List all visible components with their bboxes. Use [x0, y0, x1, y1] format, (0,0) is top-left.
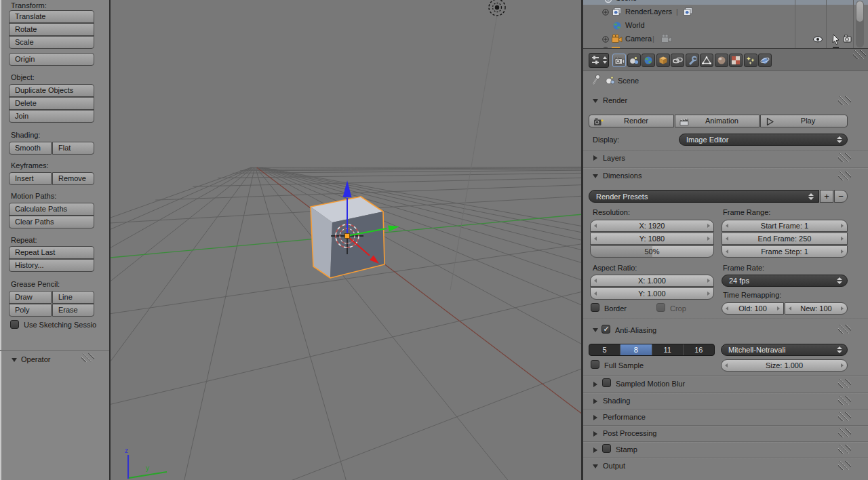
pin-icon[interactable]	[591, 74, 602, 86]
3d-viewport[interactable]: z y	[111, 0, 583, 480]
sampled-motion-blur-checkbox[interactable]	[602, 378, 611, 387]
stamp-panel-grip-icon[interactable]	[838, 445, 851, 454]
smb-panel-grip-icon[interactable]	[838, 379, 851, 388]
resolution-x-field[interactable]: X: 1920	[590, 220, 714, 232]
render-presets-dropdown[interactable]: Render Presets	[589, 190, 819, 203]
increment-arrow-icon[interactable]	[707, 279, 710, 283]
anti-aliasing-panel-header[interactable]: Anti-Aliasing	[615, 326, 656, 335]
aa-size-field[interactable]: Size: 1.000	[721, 359, 848, 372]
render-panel-grip-icon[interactable]	[838, 96, 851, 105]
post-processing-panel-header[interactable]: Post Processing	[603, 429, 656, 438]
aa-samples-5[interactable]: 5	[589, 344, 620, 355]
use-sketching-session-checkbox[interactable]	[10, 320, 19, 329]
crop-checkbox[interactable]	[656, 303, 665, 312]
increment-arrow-icon[interactable]	[841, 224, 844, 228]
restrict-select-cursor-icon[interactable]	[831, 34, 840, 45]
increment-arrow-icon[interactable]	[841, 306, 844, 311]
tab-particles[interactable]	[744, 54, 757, 67]
dimensions-panel-grip-icon[interactable]	[838, 172, 851, 180]
outliner-row-renderlayers[interactable]: RenderLayers |	[583, 5, 868, 19]
tab-constraints[interactable]	[671, 54, 684, 67]
decrement-arrow-icon[interactable]	[789, 306, 791, 311]
add-preset-button[interactable]: +	[820, 190, 833, 203]
outliner-row-camera[interactable]: Camera |	[583, 33, 868, 46]
play-button[interactable]: Play	[760, 115, 848, 127]
outliner-scrollbar-thumb[interactable]	[856, 1, 863, 22]
shading-panel-grip-icon[interactable]	[838, 396, 851, 405]
expand-plus-icon[interactable]	[602, 36, 609, 43]
output-panel-grip-icon[interactable]	[838, 461, 851, 470]
sampled-motion-blur-panel-header[interactable]: Sampled Motion Blur	[616, 380, 685, 388]
grease-poly-button[interactable]: Poly	[9, 304, 52, 317]
remove-preset-button[interactable]: −	[834, 190, 848, 203]
flat-button[interactable]: Flat	[52, 142, 94, 155]
tab-texture[interactable]	[729, 54, 743, 67]
grease-line-button[interactable]: Line	[52, 291, 94, 304]
outliner-row-scene[interactable]: Scene	[583, 0, 868, 5]
increment-arrow-icon[interactable]	[777, 306, 780, 311]
layers-panel-header[interactable]: Layers	[603, 154, 625, 163]
increment-arrow-icon[interactable]	[707, 292, 710, 296]
outliner-scrollbar-track[interactable]	[856, 1, 864, 47]
grease-draw-button[interactable]: Draw	[9, 291, 52, 304]
aa-samples-16[interactable]: 16	[684, 344, 714, 355]
start-frame-field[interactable]: Start Frame: 1	[722, 220, 848, 232]
render-animation-button[interactable]: Animation	[675, 115, 760, 127]
tab-object-data[interactable]	[700, 54, 713, 67]
translate-button[interactable]: Translate	[9, 10, 94, 23]
time-remap-new-field[interactable]: New: 100	[785, 302, 848, 315]
join-button[interactable]: Join	[9, 110, 94, 123]
duplicate-objects-button[interactable]: Duplicate Objects	[9, 84, 94, 97]
border-checkbox[interactable]	[591, 303, 599, 312]
history-button[interactable]: History...	[9, 259, 94, 272]
decrement-arrow-icon[interactable]	[725, 363, 728, 367]
display-dropdown[interactable]: Image Editor	[679, 134, 848, 146]
operator-panel-header[interactable]: Operator	[21, 355, 50, 364]
dimensions-panel-header[interactable]: Dimensions	[603, 172, 642, 180]
performance-panel-header[interactable]: Performance	[603, 413, 646, 422]
aa-samples-8[interactable]: 8	[620, 344, 652, 355]
output-panel-header[interactable]: Output	[603, 462, 625, 471]
decrement-arrow-icon[interactable]	[726, 249, 728, 254]
restrict-view-eye-icon[interactable]	[812, 35, 823, 43]
clear-paths-button[interactable]: Clear Paths	[9, 216, 94, 228]
stamp-checkbox[interactable]	[602, 444, 611, 453]
increment-arrow-icon[interactable]	[841, 237, 844, 241]
frame-rate-dropdown[interactable]: 24 fps	[722, 275, 848, 287]
tab-modifiers[interactable]	[686, 54, 699, 67]
resolution-percentage-slider[interactable]: 50%	[590, 245, 714, 258]
outliner-row-partial[interactable]	[583, 46, 868, 48]
delete-button[interactable]: Delete	[9, 97, 94, 110]
resolution-y-field[interactable]: Y: 1080	[590, 233, 714, 245]
render-panel-header[interactable]: Render	[603, 96, 627, 105]
object-origin-dot[interactable]	[345, 234, 350, 239]
increment-arrow-icon[interactable]	[707, 224, 710, 228]
scale-button[interactable]: Scale	[9, 36, 94, 49]
outliner-row-world[interactable]: World	[583, 19, 868, 33]
tab-object[interactable]	[656, 54, 670, 67]
tab-scene[interactable]	[627, 54, 641, 67]
smooth-button[interactable]: Smooth	[9, 142, 52, 155]
origin-button[interactable]: Origin	[9, 53, 94, 66]
tab-render[interactable]	[612, 54, 626, 67]
expand-plus-icon[interactable]	[602, 9, 609, 16]
performance-panel-grip-icon[interactable]	[838, 412, 851, 421]
aa-filter-dropdown[interactable]: Mitchell-Netravali	[721, 344, 848, 356]
outliner-editor[interactable]: Scene RenderLayers |	[583, 0, 868, 49]
tab-material[interactable]	[715, 54, 728, 67]
properties-header-grip-icon[interactable]	[853, 50, 866, 59]
aa-panel-grip-icon[interactable]	[838, 325, 851, 334]
tab-physics[interactable]	[758, 54, 772, 67]
frame-step-field[interactable]: Frame Step: 1	[722, 245, 848, 258]
calculate-paths-button[interactable]: Calculate Paths	[9, 203, 94, 216]
post-processing-panel-grip-icon[interactable]	[838, 428, 851, 437]
decrement-arrow-icon[interactable]	[726, 237, 728, 241]
repeat-last-button[interactable]: Repeat Last	[9, 246, 94, 259]
aspect-y-field[interactable]: Y: 1.000	[590, 287, 714, 300]
aa-samples-11[interactable]: 11	[652, 344, 684, 355]
insert-keyframe-button[interactable]: Insert	[9, 172, 52, 185]
layers-panel-grip-icon[interactable]	[838, 153, 851, 162]
aspect-x-field[interactable]: X: 1.000	[590, 275, 714, 287]
end-frame-field[interactable]: End Frame: 250	[722, 233, 848, 245]
increment-arrow-icon[interactable]	[841, 363, 844, 367]
